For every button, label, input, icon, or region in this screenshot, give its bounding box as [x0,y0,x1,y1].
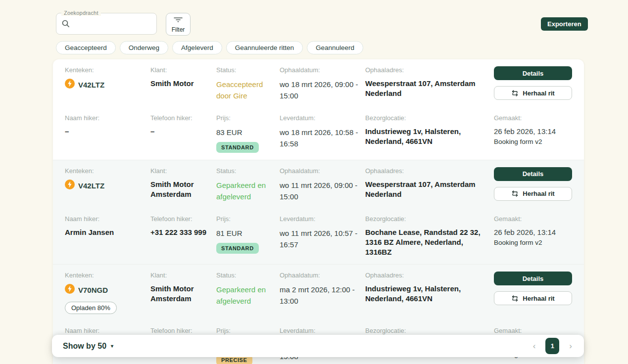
show-by-dropdown[interactable]: Show by 50 ▾ [63,342,113,351]
telefoon-hiker-label: Telefoon hiker: [150,114,212,122]
plate-text: V70NGD [78,284,108,296]
bezorglocatie-cell: Bezorglocatie: Industrieweg 1v, Halstere… [365,114,494,153]
bezorglocatie-value: Industrieweg 1v, Halsteren, Nederland, 4… [365,127,490,147]
leverdatum-label: Leverdatum: [280,327,361,335]
kenteken-cell: Kenteken: V70NGD Opladen 80% [65,272,150,314]
price-badge: STANDARD [216,142,259,153]
repeat-icon [511,190,519,197]
ev-bolt-icon [65,79,75,91]
ophaaladres-cell: Ophaaladres: Industrieweg 1v, Halsteren,… [365,272,494,314]
chip-onderweg[interactable]: Onderweg [120,41,168,54]
gemaakt-label: Gemaakt: [494,215,572,223]
prijs-label: Prijs: [216,327,276,335]
ophaaldatum-label: Ophaaldatum: [280,167,361,175]
ophaaldatum-label: Ophaaldatum: [280,66,361,74]
kenteken-label: Kenteken: [65,167,146,175]
chip-geannuleerde-ritten[interactable]: Geannuleerde ritten [226,41,303,54]
naam-hiker-label: Naam hiker: [65,327,146,335]
ev-bolt-icon [65,284,75,297]
filter-icon [174,15,183,24]
prijs-cell: Prijs: 83 EUR STANDARD [216,114,280,153]
repeat-button-label: Herhaal rit [523,295,554,302]
kenteken-cell: Kenteken: V42LTZ [65,66,150,101]
ophaaladres-cell: Ophaaladres: Weesperstraat 107, Amsterda… [365,66,494,101]
telefoon-hiker-cell: Telefoon hiker: +31 222 333 999 [150,215,216,257]
repeat-ride-button[interactable]: Herhaal rit [494,86,572,100]
gemaakt-value: 26 feb 2026, 13:14 [494,228,572,237]
chip-geaccepteerd[interactable]: Geaccepteerd [56,41,116,54]
details-button[interactable]: Details [494,272,572,285]
status-value: Geparkeerd en afgeleverd [216,180,276,203]
ride-row: Kenteken: V42LTZ Klant: Smith Motor Amst… [53,160,584,264]
leverdatum-cell: Leverdatum: wo 11 mrt 2026, 10:57 - 16:5… [280,215,365,257]
next-page-button[interactable]: › [567,341,574,351]
ophaaldatum-cell: Ophaaldatum: wo 11 mrt 2026, 09:00 - 15:… [280,167,365,202]
repeat-ride-button[interactable]: Herhaal rit [494,291,572,305]
telefoon-hiker-value: – [150,127,212,136]
status-value: Geaccepteerd door Gire [216,79,276,102]
telefoon-hiker-label: Telefoon hiker: [150,327,212,335]
row-actions: Details Herhaal rit [494,167,572,202]
chip-afgeleverd[interactable]: Afgeleverd [172,41,222,54]
bezorglocatie-value: Bochane Lease, Randstad 22 32, 1316 BZ A… [365,228,490,258]
repeat-ride-button[interactable]: Herhaal rit [494,187,572,201]
naam-hiker-label: Naam hiker: [65,114,146,122]
klant-cell: Klant: Smith Motor Amsterdam [150,167,216,202]
filter-button-label: Filter [172,26,185,33]
repeat-button-label: Herhaal rit [523,90,554,97]
details-button[interactable]: Details [494,66,572,80]
price-badge: STANDARD [216,243,259,254]
kenteken-value: V42LTZ [65,79,146,91]
klant-value: Smith Motor Amsterdam [150,284,212,304]
kenteken-value: V70NGD [65,284,146,297]
search-icon [61,19,70,28]
kenteken-label: Kenteken: [65,272,146,279]
status-label: Status: [216,66,276,74]
charge-pill: Opladen 80% [65,302,117,314]
filter-button[interactable]: Filter [166,13,191,36]
naam-hiker-label: Naam hiker: [65,215,146,223]
prijs-label: Prijs: [216,215,276,223]
search-input[interactable] [70,13,160,34]
leverdatum-cell: Leverdatum: wo 18 mrt 2026, 10:58 - 16:5… [280,114,365,153]
status-cell: Status: Geparkeerd en afgeleverd [216,272,280,314]
ev-bolt-icon [65,180,75,192]
status-value: Geparkeerd en afgeleverd [216,284,276,307]
klant-label: Klant: [150,167,212,175]
gemaakt-via: Booking form v2 [494,138,572,145]
search-input-wrapper[interactable]: Zoekopdracht [56,13,157,35]
klant-cell: Klant: Smith Motor [150,66,216,101]
prijs-cell: Prijs: 81 EUR STANDARD [216,215,280,257]
toolbar: Zoekopdracht Filter Exporteren [0,0,628,40]
ophaaladres-label: Ophaaladres: [365,167,490,175]
current-page-button[interactable]: 1 [545,338,559,354]
leverdatum-label: Leverdatum: [280,114,361,122]
ophaaldatum-cell: Ophaaldatum: ma 2 mrt 2026, 12:00 - 13:0… [280,272,365,314]
plate-text: V42LTZ [78,79,104,91]
pager: ‹ 1 › [531,338,574,354]
status-cell: Status: Geaccepteerd door Gire [216,66,280,101]
prijs-value: 83 EUR [216,127,276,138]
gemaakt-cell: Gemaakt: 26 feb 2026, 13:14 Booking form… [494,215,572,257]
leverdatum-value: wo 18 mrt 2026, 10:58 - 16:58 [280,127,361,150]
gemaakt-cell: Gemaakt: 26 feb 2026, 13:14 Booking form… [494,114,572,153]
ophaaldatum-label: Ophaaldatum: [280,272,361,279]
ophaaldatum-value: ma 2 mrt 2026, 12:00 - 13:00 [280,284,361,307]
details-button[interactable]: Details [494,167,572,181]
kenteken-cell: Kenteken: V42LTZ [65,167,150,202]
status-filter-chips: Geaccepteerd Onderweg Afgeleverd Geannul… [56,41,363,54]
status-label: Status: [216,272,276,279]
naam-hiker-cell: Naam hiker: Armin Jansen [65,215,150,257]
row-actions: Details Herhaal rit [494,66,572,101]
repeat-icon [511,90,519,96]
ophaaladres-cell: Ophaaladres: Weesperstraat 107, Amsterda… [365,167,494,202]
klant-cell: Klant: Smith Motor Amsterdam [150,272,216,314]
kenteken-label: Kenteken: [65,66,146,74]
prev-page-button[interactable]: ‹ [531,341,538,351]
ophaaldatum-value: wo 18 mrt 2026, 09:00 - 15:00 [280,79,361,102]
export-button[interactable]: Exporteren [541,17,588,31]
ophaaldatum-cell: Ophaaldatum: wo 18 mrt 2026, 09:00 - 15:… [280,66,365,101]
ophaaladres-label: Ophaaladres: [365,66,490,74]
chip-geannuleerd[interactable]: Geannuleerd [307,41,363,54]
prijs-value: 81 EUR [216,228,276,239]
